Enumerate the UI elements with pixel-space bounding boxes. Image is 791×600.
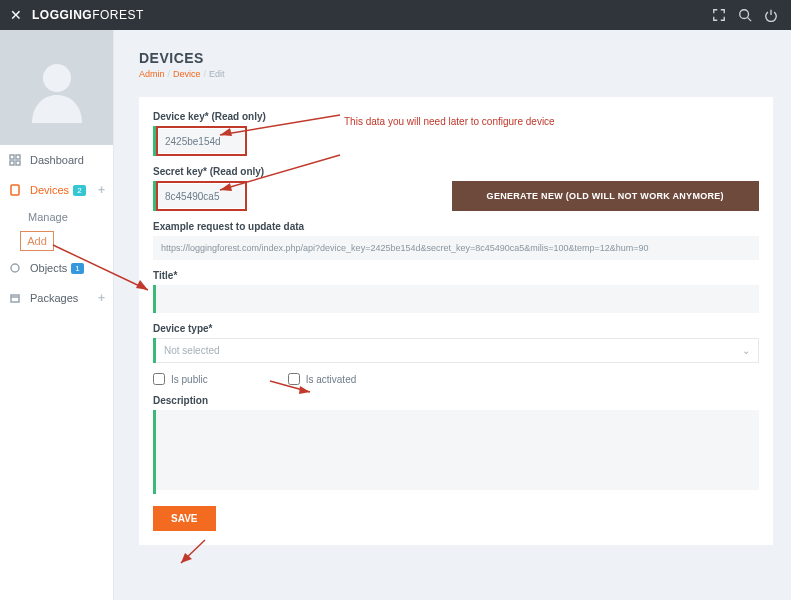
svg-rect-3 xyxy=(16,155,20,159)
description-input[interactable] xyxy=(156,410,759,490)
example-label: Example request to update data xyxy=(153,221,759,232)
save-button[interactable]: SAVE xyxy=(153,506,216,531)
sidebar-item-packages[interactable]: Packages + xyxy=(0,283,113,313)
sidebar-sub-manage[interactable]: Manage xyxy=(0,205,113,229)
secret-key-highlight xyxy=(156,181,247,211)
device-key-input xyxy=(159,129,244,153)
svg-rect-4 xyxy=(10,161,14,165)
breadcrumb-admin[interactable]: Admin xyxy=(139,69,165,79)
brand-bold: LOGGING xyxy=(32,8,92,22)
sidebar-item-objects[interactable]: Objects 1 xyxy=(0,253,113,283)
title-label: Title* xyxy=(153,270,759,281)
chevron-down-icon: ⌄ xyxy=(742,345,750,356)
sidebar-item-label: Dashboard xyxy=(30,154,84,166)
sidebar-item-label: Packages xyxy=(30,292,78,304)
dashboard-icon xyxy=(8,153,22,167)
avatar xyxy=(22,53,92,123)
svg-point-0 xyxy=(740,10,749,19)
is-public-label: Is public xyxy=(171,374,208,385)
search-icon[interactable] xyxy=(735,5,755,25)
svg-point-8 xyxy=(11,264,19,272)
annotation-note: This data you will need later to configu… xyxy=(344,116,555,127)
devices-icon xyxy=(8,183,22,197)
form-card: Device key* (Read only) Secret key* (Rea… xyxy=(139,97,773,545)
svg-rect-2 xyxy=(10,155,14,159)
brand-logo: LOGGINGFOREST xyxy=(32,8,144,22)
svg-rect-9 xyxy=(11,295,19,302)
is-activated-label: Is activated xyxy=(306,374,357,385)
title-input[interactable] xyxy=(156,285,759,313)
device-type-value: Not selected xyxy=(164,345,220,356)
svg-point-1 xyxy=(43,64,71,92)
objects-badge: 1 xyxy=(71,263,83,274)
breadcrumb: Admin/Device/Edit xyxy=(139,69,773,79)
brand-light: FOREST xyxy=(92,8,144,22)
is-activated-checkbox[interactable]: Is activated xyxy=(288,373,357,385)
breadcrumb-edit: Edit xyxy=(209,69,225,79)
description-label: Description xyxy=(153,395,759,406)
sidebar: Dashboard Devices 2 + Manage Add Objects… xyxy=(0,30,114,600)
example-url: https://loggingforest.com/index.php/api?… xyxy=(153,236,759,260)
expand-icon[interactable]: + xyxy=(98,183,105,197)
page-title: DEVICES xyxy=(139,50,773,66)
devices-badge: 2 xyxy=(73,185,85,196)
close-icon[interactable]: ✕ xyxy=(10,7,22,23)
sidebar-item-label: Devices xyxy=(30,184,69,196)
objects-icon xyxy=(8,261,22,275)
svg-rect-5 xyxy=(16,161,20,165)
fullscreen-icon[interactable] xyxy=(709,5,729,25)
secret-key-input xyxy=(159,184,244,208)
packages-icon xyxy=(8,291,22,305)
expand-icon[interactable]: + xyxy=(98,291,105,305)
sidebar-sub-add[interactable]: Add xyxy=(20,231,54,251)
device-type-label: Device type* xyxy=(153,323,759,334)
power-icon[interactable] xyxy=(761,5,781,25)
device-key-highlight xyxy=(156,126,247,156)
sidebar-item-devices[interactable]: Devices 2 + xyxy=(0,175,113,205)
sidebar-item-label: Objects xyxy=(30,262,67,274)
is-public-checkbox[interactable]: Is public xyxy=(153,373,208,385)
avatar-area xyxy=(0,30,113,145)
svg-rect-6 xyxy=(11,185,19,195)
breadcrumb-device[interactable]: Device xyxy=(173,69,201,79)
sidebar-item-dashboard[interactable]: Dashboard xyxy=(0,145,113,175)
secret-key-label: Secret key* (Read only) xyxy=(153,166,759,177)
device-type-select[interactable]: Not selected ⌄ xyxy=(156,338,759,363)
topbar: ✕ LOGGINGFOREST xyxy=(0,0,791,30)
generate-new-button[interactable]: GENERATE NEW (OLD WILL NOT WORK ANYMORE) xyxy=(452,181,760,211)
